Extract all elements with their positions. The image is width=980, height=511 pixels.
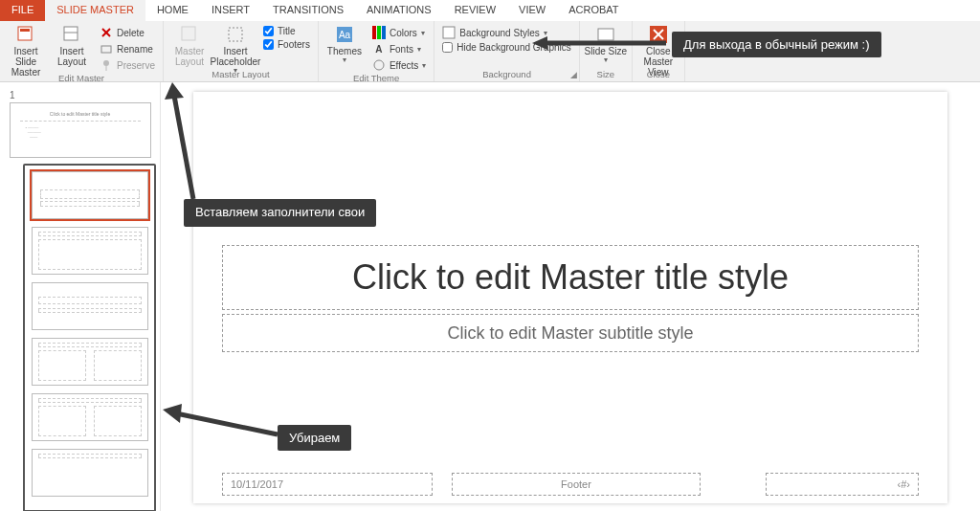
- svg-rect-14: [377, 26, 381, 39]
- svg-line-24: [174, 96, 193, 199]
- master-layout-button: Master Layout: [167, 23, 212, 69]
- group-master-layout: Master Layout Insert Placeholder Title F…: [164, 21, 319, 81]
- colors-icon: [372, 26, 386, 39]
- layout-thumb-6[interactable]: [32, 449, 148, 497]
- title-checkbox[interactable]: Title: [259, 25, 314, 37]
- slide-master-icon: [16, 25, 35, 44]
- tab-animations[interactable]: ANIMATIONS: [355, 0, 443, 21]
- svg-rect-17: [443, 27, 455, 38]
- title-checkbox-label: Title: [278, 26, 296, 36]
- colors-button[interactable]: Colors: [368, 25, 430, 40]
- master-thumb-text: Click to edit Master title style: [20, 107, 141, 122]
- layout-thumb-5[interactable]: [32, 393, 148, 441]
- rename-icon: [100, 42, 113, 56]
- group-label-edit-master: Edit Master: [4, 73, 159, 85]
- group-edit-theme: Aa Themes Colors A Fonts: [319, 21, 434, 81]
- layout-thumbnails-group: [23, 164, 156, 511]
- svg-rect-13: [372, 26, 376, 39]
- rename-button[interactable]: Rename: [96, 41, 159, 56]
- effects-label: Effects: [390, 60, 418, 71]
- subtitle-placeholder[interactable]: Click to edit Master subtitle style: [222, 314, 919, 352]
- slide-number: 1: [10, 90, 156, 100]
- svg-line-26: [176, 413, 278, 434]
- layout-thumb-3[interactable]: [32, 282, 148, 330]
- svg-marker-23: [532, 36, 547, 50]
- themes-label: Themes: [327, 46, 362, 56]
- svg-rect-15: [382, 26, 386, 39]
- tab-review[interactable]: REVIEW: [443, 0, 507, 21]
- thumbnail-panel[interactable]: 1 Click to edit Master title style • ───…: [0, 82, 161, 511]
- insert-layout-label: Insert Layout: [50, 46, 94, 67]
- fonts-label: Fonts: [390, 44, 413, 55]
- delete-button[interactable]: Delete: [96, 25, 159, 40]
- title-checkbox-input[interactable]: [263, 26, 274, 36]
- background-styles-label: Background Styles: [459, 28, 539, 38]
- footer-placeholder[interactable]: Footer: [452, 473, 701, 496]
- workspace: 1 Click to edit Master title style • ───…: [0, 82, 980, 511]
- preserve-button[interactable]: Preserve: [96, 57, 159, 73]
- insert-layout-button[interactable]: Insert Layout: [50, 23, 94, 69]
- svg-point-16: [374, 60, 384, 70]
- effects-icon: [372, 58, 386, 72]
- svg-marker-25: [165, 82, 184, 100]
- svg-rect-1: [20, 29, 30, 32]
- layout-thumb-2[interactable]: [32, 227, 148, 275]
- delete-label: Delete: [117, 28, 145, 38]
- footers-checkbox-label: Footers: [278, 39, 310, 50]
- group-edit-master: Insert Slide Master Insert Layout Delete: [0, 21, 164, 81]
- arrow-remove: [163, 402, 279, 440]
- preserve-label: Preserve: [117, 60, 155, 71]
- fonts-icon: A: [372, 42, 386, 56]
- arrow-insert: [165, 82, 203, 201]
- themes-button[interactable]: Aa Themes: [323, 23, 367, 69]
- callout-insert-tip: Вставляем заполнители свои: [184, 199, 376, 227]
- svg-point-7: [103, 60, 109, 66]
- master-thumbnail[interactable]: Click to edit Master title style • ──── …: [10, 102, 151, 158]
- master-layout-icon: [180, 25, 199, 44]
- insert-placeholder-label: Insert Placeholder: [211, 46, 261, 67]
- rename-label: Rename: [117, 44, 153, 55]
- background-styles-icon: [442, 26, 456, 39]
- effects-button[interactable]: Effects: [368, 57, 430, 73]
- footers-checkbox[interactable]: Footers: [259, 38, 314, 51]
- group-label-background: Background: [438, 69, 575, 81]
- callout-remove-tip: Убираем: [278, 425, 351, 451]
- hide-background-checkbox-input[interactable]: [442, 42, 453, 53]
- svg-rect-6: [101, 46, 111, 53]
- tab-transitions[interactable]: TRANSITIONS: [261, 0, 355, 21]
- tab-acrobat[interactable]: ACROBAT: [557, 0, 630, 21]
- group-label-close: Close: [636, 69, 680, 81]
- insert-placeholder-button[interactable]: Insert Placeholder: [213, 23, 257, 69]
- svg-rect-9: [182, 27, 195, 40]
- tab-slide-master[interactable]: SLIDE MASTER: [45, 0, 145, 21]
- tab-file[interactable]: FILE: [0, 0, 45, 21]
- callout-close-tip: Для выхода в обычный режим :): [672, 32, 881, 57]
- date-placeholder[interactable]: 10/11/2017: [222, 473, 433, 496]
- footers-checkbox-input[interactable]: [263, 39, 274, 50]
- ribbon-tabs: FILE SLIDE MASTER HOME INSERT TRANSITION…: [0, 0, 980, 21]
- layout-thumb-4[interactable]: [32, 338, 148, 386]
- insert-slide-master-button[interactable]: Insert Slide Master: [4, 23, 48, 69]
- tab-home[interactable]: HOME: [145, 0, 200, 21]
- svg-text:Aa: Aa: [339, 30, 351, 40]
- svg-marker-27: [163, 404, 182, 423]
- placeholder-icon: [226, 25, 245, 44]
- background-dialog-launcher[interactable]: ◢: [570, 70, 577, 79]
- master-layout-label: Master Layout: [167, 46, 212, 67]
- svg-rect-2: [64, 27, 78, 40]
- themes-icon: Aa: [335, 25, 354, 44]
- colors-label: Colors: [390, 28, 417, 38]
- arrow-close: [532, 34, 666, 52]
- svg-rect-10: [229, 28, 242, 41]
- layout-thumb-1[interactable]: [32, 171, 148, 219]
- title-placeholder[interactable]: Click to edit Master title style: [222, 245, 919, 310]
- tab-insert[interactable]: INSERT: [200, 0, 261, 21]
- tab-view[interactable]: VIEW: [507, 0, 557, 21]
- slidenum-placeholder[interactable]: ‹#›: [766, 473, 919, 496]
- delete-icon: [100, 26, 113, 39]
- group-label-master-layout: Master Layout: [167, 69, 314, 81]
- layout-icon: [62, 25, 81, 44]
- pin-icon: [100, 58, 113, 72]
- fonts-button[interactable]: A Fonts: [368, 41, 430, 56]
- group-label-size: Size: [584, 69, 628, 81]
